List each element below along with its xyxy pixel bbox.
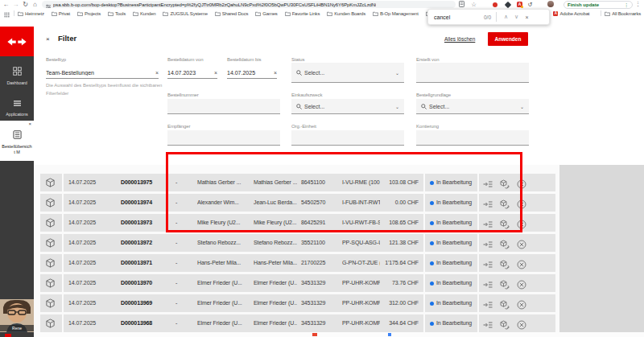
order-number[interactable]: D000013974 <box>121 194 172 212</box>
assign-order-icon[interactable] <box>483 278 493 288</box>
bookmark-star-icon[interactable]: ☆ <box>469 1 478 9</box>
assign-order-icon[interactable] <box>483 238 493 248</box>
bestellnummer-input[interactable] <box>167 99 280 114</box>
order-number[interactable]: D000013970 <box>121 274 172 292</box>
find-input[interactable] <box>434 14 484 20</box>
finish-update-button[interactable]: Finish update ⋮ <box>564 1 633 9</box>
cancel-order-icon[interactable] <box>517 178 526 187</box>
bookmark-folder[interactable]: Projects <box>77 11 101 16</box>
assign-order-icon[interactable] <box>483 218 493 228</box>
all-bookmarks-button[interactable]: All Bookmarks <box>605 11 641 16</box>
close-filter-icon[interactable]: × <box>46 35 50 43</box>
update-extension-icon[interactable]: ↺ <box>526 1 535 9</box>
reorder-icon[interactable] <box>500 198 510 208</box>
reorder-icon[interactable] <box>500 238 510 248</box>
sidebar-item-dashboard[interactable]: Dashboard <box>0 64 34 85</box>
adobe-extension-icon[interactable]: A <box>517 2 522 7</box>
pen-extension-icon[interactable] <box>505 1 511 7</box>
column-divider <box>423 254 425 272</box>
user-avatar[interactable]: Rene <box>0 299 34 332</box>
close-find-icon[interactable]: × <box>522 14 532 20</box>
bookmark-folder[interactable]: Games <box>255 11 277 16</box>
reorder-icon[interactable] <box>500 278 510 288</box>
apps-grid-icon[interactable] <box>4 6 10 21</box>
org-einheit-input[interactable] <box>291 130 404 146</box>
assign-order-icon[interactable] <box>483 258 493 268</box>
bookmark-folder[interactable]: Kunden <box>133 11 156 16</box>
table-row[interactable]: 14.07.2025 D000013968 - Elmer Frieder (U… <box>40 314 555 332</box>
status-select[interactable]: Select... ⌄ <box>291 63 404 83</box>
erstellt-von-input[interactable] <box>416 63 529 83</box>
reorder-icon[interactable] <box>500 319 510 328</box>
order-number[interactable]: D000013968 <box>121 314 172 332</box>
bookmark-folder[interactable]: Kunden Boards <box>327 11 365 16</box>
datum-bis-field[interactable]: 14.07.2025 × <box>227 64 277 79</box>
assign-order-icon[interactable] <box>483 319 493 328</box>
reorder-icon[interactable] <box>500 218 510 228</box>
table-row[interactable]: 14.07.2025 D000013972 - Stefano Rebozz..… <box>40 234 555 252</box>
assign-order-icon[interactable] <box>483 178 493 187</box>
order-number[interactable]: D000013972 <box>121 234 172 252</box>
cancel-order-icon[interactable] <box>517 218 526 228</box>
status-dot <box>430 302 434 306</box>
adblock-extension-icon[interactable] <box>493 2 497 7</box>
next-match-icon[interactable]: ∨ <box>511 14 522 20</box>
table-row[interactable]: 14.07.2025 D000013971 - Hans-Peter Mila.… <box>40 254 555 272</box>
account-code: I-VU-RWT-FB-S... <box>342 214 380 232</box>
cancel-order-icon[interactable] <box>517 198 526 208</box>
forward-icon[interactable]: → <box>11 0 20 9</box>
bookmark-folder[interactable]: B-Op Management <box>373 11 419 16</box>
cancel-order-icon[interactable] <box>517 258 526 268</box>
home-icon[interactable]: ⌂ <box>31 0 39 9</box>
close-tab-icon[interactable]: × <box>28 121 31 126</box>
clear-datum-von-icon[interactable]: × <box>214 70 217 76</box>
order-number[interactable]: D000013969 <box>121 294 172 312</box>
reorder-icon[interactable] <box>500 298 510 308</box>
order-number[interactable]: D000013975 <box>121 174 172 191</box>
bookmark-adobe[interactable]: A Adobe Acrobat <box>553 11 589 16</box>
site-settings-icon[interactable] <box>46 1 51 8</box>
reload-icon[interactable]: ↻ <box>21 0 30 9</box>
cancel-order-icon[interactable] <box>517 278 526 288</box>
bookmarks-right: A Adobe Acrobat All Bookmarks <box>553 9 641 18</box>
bookmark-folder[interactable]: Tools <box>108 11 126 16</box>
clear-all-link[interactable]: Alles löschen <box>444 36 475 42</box>
cancel-order-icon[interactable] <box>517 319 526 328</box>
order-number[interactable]: D000013973 <box>121 214 172 232</box>
order-number[interactable]: D000013971 <box>121 254 172 272</box>
empfaenger-input[interactable] <box>167 130 280 146</box>
cancel-order-icon[interactable] <box>517 298 526 308</box>
field-label-erstellt-von: Erstellt von <box>416 57 439 62</box>
sidebar-item-applications[interactable]: Applications <box>0 96 34 117</box>
datum-von-field[interactable]: 14.07.2023 × <box>167 64 217 79</box>
bookmark-folder[interactable]: Heimnetz <box>18 11 44 16</box>
bestellgrundlage-select[interactable]: Select... ⌄ <box>416 99 529 114</box>
profile-avatar[interactable] <box>547 1 554 7</box>
sidebar-tab-bestelluebersicht[interactable]: × Bestellübersicht M <box>0 121 34 161</box>
assign-order-icon[interactable] <box>483 198 493 208</box>
browser-menu-icon[interactable]: ⋮ <box>635 1 641 7</box>
table-row[interactable]: 14.07.2025 D000013974 - Alexander Wim...… <box>40 194 555 212</box>
apply-button[interactable]: Anwenden <box>488 32 528 46</box>
bookmark-folder[interactable]: ZUGSUL Systeme <box>163 11 207 16</box>
clear-datum-bis-icon[interactable]: × <box>274 70 277 76</box>
table-row[interactable]: 14.07.2025 D000013973 - Mike Fleury (U2.… <box>40 214 555 232</box>
reorder-icon[interactable] <box>500 178 510 187</box>
bookmark-folder[interactable]: Privat <box>52 11 70 16</box>
table-row[interactable]: 14.07.2025 D000013975 - Mathias Gerber .… <box>40 174 555 191</box>
previous-match-icon[interactable]: ∧ <box>501 14 511 20</box>
reorder-icon[interactable] <box>500 258 510 268</box>
assign-order-icon[interactable] <box>483 298 493 308</box>
address-bar[interactable]: psa.sbb.b-op.com/bop-desktop?BusinessPar… <box>42 1 456 8</box>
bookmark-folder[interactable]: Shared Docs <box>215 11 249 16</box>
einkaufszweck-select[interactable]: Select... ⌄ <box>291 99 404 114</box>
kontierung-input[interactable] <box>416 130 529 146</box>
screen: ← → ↻ ⌂ psa.sbb.b-op.com/bop-desktop?Bus… <box>0 0 644 337</box>
clear-bestelltyp-icon[interactable]: × <box>155 70 159 76</box>
table-row[interactable]: 14.07.2025 D000013970 - Elmer Frieder (U… <box>40 274 555 292</box>
bestelltyp-field[interactable]: Team-Bestellungen × <box>46 64 159 79</box>
bookmark-folder[interactable]: Favorite Links <box>285 11 320 16</box>
cancel-order-icon[interactable] <box>517 238 526 248</box>
save-page-icon[interactable] <box>457 1 466 9</box>
table-row[interactable]: 14.07.2025 D000013969 - Elmer Frieder (U… <box>40 294 555 312</box>
